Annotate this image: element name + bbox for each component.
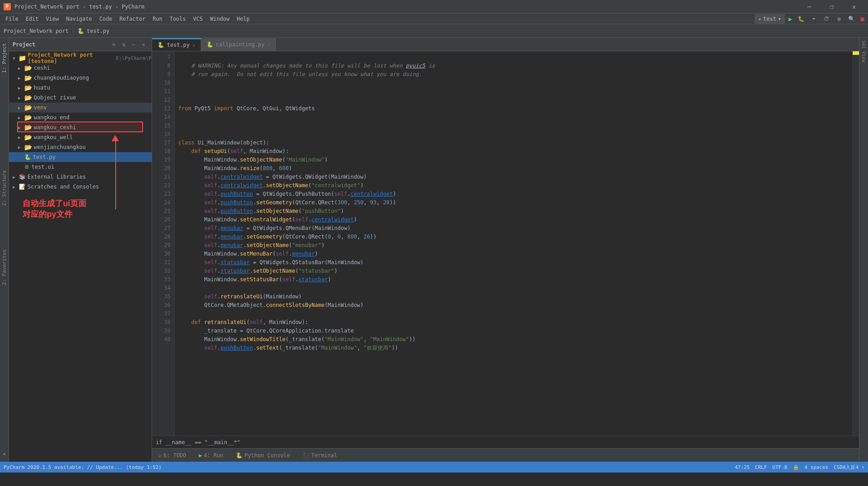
scratches-label: Scratches and Consoles: [27, 184, 99, 190]
terminal-button[interactable]: ⬛ Terminal: [300, 449, 340, 462]
run-config-dropdown[interactable]: ▾: [778, 16, 781, 22]
python-console-button[interactable]: 🐍 Python Console: [233, 449, 292, 462]
run-config-selector[interactable]: ✦ test ▾: [755, 14, 785, 24]
code-footer: if __name__ == "__main__*": [152, 436, 859, 448]
todo-label: 6: TODO: [163, 452, 186, 459]
structure-tab-button[interactable]: Z: Structure: [1, 166, 7, 209]
main-layout: 1: Project Z: Structure 2: Favorites ★ P…: [0, 38, 868, 462]
menu-help[interactable]: Help: [233, 14, 253, 24]
run-panel-button[interactable]: ▶ 4: Run: [196, 449, 226, 462]
title-bar: P Project_Network port - test.py - PyCha…: [0, 0, 868, 14]
menu-file[interactable]: File: [2, 14, 22, 24]
project-panel-header: Project ⊙ ⇅ – ✕: [9, 38, 152, 51]
title-bar-left: P Project_Network port - test.py - PyCha…: [4, 3, 144, 10]
run-button[interactable]: ▶: [787, 15, 794, 22]
menu-refactor[interactable]: Refactor: [116, 14, 149, 24]
menu-view[interactable]: View: [42, 14, 63, 24]
indent-setting: 4 spaces: [805, 464, 828, 470]
ai-view-tab[interactable]: SAI View: [861, 38, 866, 65]
line-numbers: 7 8 9 10 11 12 13 14 15 16 17 18 19 20 2…: [152, 51, 175, 436]
tab-callpainting-label: callpainting.py: [216, 41, 265, 48]
window-title: Project_Network port - test.py - PyCharm: [14, 4, 144, 10]
bottom-toolbar: ☑ 6: TODO ▶ 4: Run 🐍 Python Console ⬛ Te…: [152, 448, 859, 462]
menu-navigate[interactable]: Navigate: [63, 14, 96, 24]
code-editor[interactable]: 7 8 9 10 11 12 13 14 15 16 17 18 19 20 2…: [152, 51, 859, 436]
branch-info: CSDA入反4 ↑: [834, 464, 864, 471]
todo-button[interactable]: ☑ 6: TODO: [156, 449, 189, 462]
menu-run[interactable]: Run: [149, 14, 166, 24]
folder-wangkou-end[interactable]: ▶ 📂 wangkou end: [9, 112, 152, 122]
footer-code: if __name__ == "__main__*": [156, 439, 240, 446]
folder-huatu[interactable]: ▶ 📂 huatu: [9, 83, 152, 93]
tab-bar: 🐍 test.py ✕ 🐍 callpainting.py ✕: [152, 38, 859, 51]
star-icon[interactable]: ★: [0, 449, 9, 458]
menu-code[interactable]: Code: [96, 14, 116, 24]
project-header: Project_Network port › 🐍 test.py: [0, 24, 868, 38]
profile-button[interactable]: ⏱: [821, 14, 832, 24]
sync-icon[interactable]: ⊙: [109, 40, 118, 49]
favorites-tab-button[interactable]: 2: Favorites: [1, 246, 7, 288]
coverage-button[interactable]: ☂: [809, 14, 819, 24]
editor-area: 🐍 test.py ✕ 🐍 callpainting.py ✕ 7 8 9 10…: [152, 38, 859, 462]
menu-vcs[interactable]: VCS: [189, 14, 207, 24]
close-panel-icon[interactable]: ✕: [139, 40, 148, 49]
sort-icon[interactable]: ⇅: [119, 40, 128, 49]
status-message: PyCharm 2020.1.5 available: // Update...…: [4, 464, 162, 470]
line-separator: CRLF: [755, 464, 767, 470]
external-libraries-label: External Libraries: [27, 174, 86, 180]
run-config-icon: ✦: [758, 16, 761, 22]
folder-ceshi[interactable]: ▶ 📂 ceshi: [9, 63, 152, 73]
tab-test-py-label: test.py: [167, 42, 190, 48]
encoding: UTF-8: [773, 464, 787, 470]
project-root-name: Project_Network port [testone]: [28, 52, 114, 64]
project-panel: Project ⊙ ⇅ – ✕ ▼ 📁 Project_Network port…: [9, 38, 152, 462]
project-root[interactable]: ▼ 📁 Project_Network port [testone] E:\Py…: [9, 53, 152, 63]
folder-wangkou-ceshi[interactable]: ▶ 📂 wangkou_ceshi: [9, 122, 152, 132]
collapse-icon[interactable]: –: [129, 40, 138, 49]
code-content[interactable]: # WARNING: Any manual changes made to th…: [175, 51, 852, 436]
right-gutter: [852, 51, 859, 436]
project-breadcrumb: Project_Network port › 🐍 test.py: [4, 28, 109, 34]
status-bar: PyCharm 2020.1.5 available: // Update...…: [0, 462, 868, 472]
cursor-position: 47:25: [735, 464, 750, 470]
scratches-and-consoles[interactable]: ▶ 📝 Scratches and Consoles: [9, 182, 152, 192]
folder-qobject[interactable]: ▶ 📂 Qobject zixue: [9, 93, 152, 103]
run-panel-label: 4: Run: [204, 452, 223, 459]
menu-right-toolbar: ✦ test ▾ ▶ 🐛 ☂ ⏱ ⚙ 🔍 ■: [755, 14, 866, 24]
settings-button[interactable]: ⚙: [834, 14, 845, 24]
tab-callpainting-close[interactable]: ✕: [267, 42, 270, 47]
tab-test-py[interactable]: 🐍 test.py ✕: [152, 38, 201, 51]
project-tree: ▼ 📁 Project_Network port [testone] E:\Py…: [9, 51, 152, 462]
debug-button[interactable]: 🐛: [796, 14, 807, 24]
project-name: Project_Network port: [4, 28, 69, 34]
folder-wenjianchuangkou[interactable]: ▶ 📂 wenjianchuangkou: [9, 142, 152, 152]
breadcrumb-file: test.py: [87, 28, 110, 34]
file-test-py[interactable]: 🐍 test.py: [9, 152, 152, 162]
menu-edit[interactable]: Edit: [22, 14, 42, 24]
python-console-label: Python Console: [244, 452, 290, 459]
file-test-ui[interactable]: 🗎 test.ui: [9, 162, 152, 172]
left-sidebar-tabs: 1: Project Z: Structure 2: Favorites ★: [0, 38, 9, 462]
project-tab-button[interactable]: 1: Project: [1, 40, 7, 76]
menu-tools[interactable]: Tools: [166, 14, 189, 24]
stop-button[interactable]: ■: [859, 15, 866, 22]
minimize-button[interactable]: ─: [799, 0, 819, 14]
tab-test-py-close[interactable]: ✕: [193, 43, 195, 48]
app-icon: P: [4, 3, 11, 10]
folder-venv[interactable]: ▶ 📂 venv: [9, 103, 152, 112]
status-bar-right: 47:25 CRLF UTF-8 🔒 4 spaces CSDA入反4 ↑: [735, 464, 864, 471]
external-libraries[interactable]: ▶ 📚 External Libraries: [9, 172, 152, 182]
close-button[interactable]: ✕: [844, 0, 864, 14]
maximize-button[interactable]: ❐: [821, 0, 842, 14]
run-config-name: test: [763, 16, 776, 22]
menu-window[interactable]: Window: [207, 14, 233, 24]
title-bar-controls: ─ ❐ ✕: [799, 0, 864, 14]
folder-wangkou-well[interactable]: ▶ 📂 wangkou_well: [9, 132, 152, 142]
lock-icon: 🔒: [793, 464, 799, 470]
panel-title: Project: [13, 41, 36, 48]
search-button[interactable]: 🔍: [846, 14, 857, 24]
tab-callpainting-py[interactable]: 🐍 callpainting.py ✕: [201, 38, 276, 51]
menu-bar: File Edit View Navigate Code Refactor Ru…: [0, 14, 868, 24]
folder-chuangkoudiaoyong[interactable]: ▶ 📂 chuangkoudiaoyong: [9, 73, 152, 83]
terminal-label: Terminal: [311, 452, 337, 459]
